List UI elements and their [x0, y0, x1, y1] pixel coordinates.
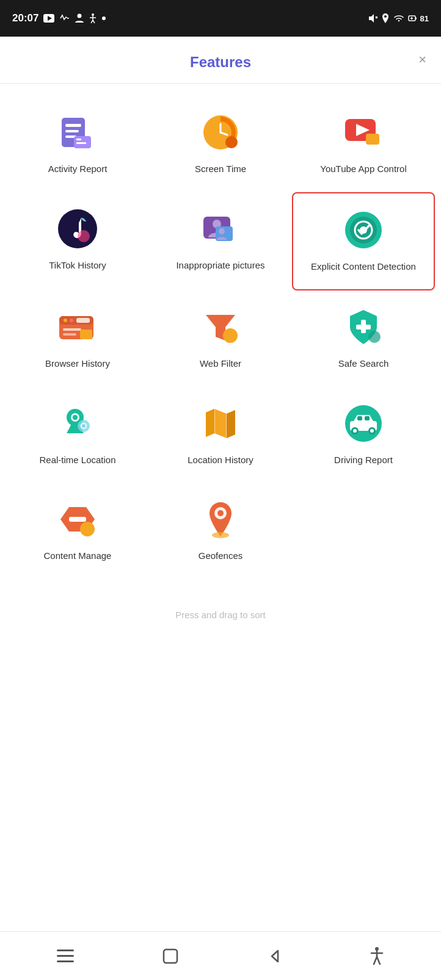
bottom-nav: [0, 931, 441, 980]
svg-rect-76: [57, 955, 74, 957]
svg-point-56: [73, 415, 78, 420]
youtube-icon: [43, 14, 54, 23]
svg-rect-77: [57, 960, 74, 962]
features-grid: Activity Report Screen Time: [0, 84, 441, 591]
person-icon: [75, 13, 84, 23]
svg-point-71: [80, 522, 95, 536]
feature-item-inappropriate-pictures[interactable]: Inappropriate pictures: [149, 192, 292, 291]
svg-point-32: [78, 230, 90, 242]
nav-menu-button[interactable]: [57, 949, 74, 963]
svg-point-59: [82, 424, 86, 428]
browser-history-icon: [56, 305, 100, 349]
screen-time-icon: [199, 110, 242, 154]
feature-item-browser-history[interactable]: Browser History: [6, 290, 149, 387]
svg-rect-48: [80, 330, 92, 339]
hint-text: Press and drag to sort: [0, 591, 441, 632]
web-filter-label: Web Filter: [200, 358, 241, 370]
tiktok-history-label: TikTok History: [49, 259, 106, 272]
feature-item-geofences[interactable]: Geofences: [149, 483, 292, 579]
tiktok-history-icon: [56, 207, 100, 251]
main-content: Features × Activity Report: [0, 37, 441, 931]
location-history-icon: [199, 402, 242, 445]
feature-item-tiktok-history[interactable]: TikTok History: [6, 192, 149, 291]
feature-item-driving-report[interactable]: Driving Report: [292, 387, 435, 483]
svg-rect-75: [57, 949, 74, 951]
inappropriate-pictures-label: Inappropriate pictures: [176, 259, 264, 272]
geofences-label: Geofences: [199, 550, 243, 562]
wifi-icon: [393, 14, 404, 23]
header: Features ×: [0, 37, 441, 84]
feature-item-location-history[interactable]: Location History: [149, 387, 292, 483]
feature-item-screen-time[interactable]: Screen Time: [149, 96, 292, 192]
svg-point-2: [78, 14, 82, 18]
feature-item-web-filter[interactable]: Web Filter: [149, 290, 292, 387]
driving-report-icon: [341, 402, 385, 445]
svg-rect-21: [76, 142, 86, 144]
svg-rect-64: [357, 416, 362, 420]
screen-time-label: Screen Time: [195, 163, 246, 175]
svg-point-68: [353, 429, 357, 433]
accessibility-icon: [89, 13, 97, 23]
svg-rect-16: [65, 124, 81, 127]
svg-point-69: [370, 429, 374, 433]
activity-icon: [59, 14, 70, 23]
svg-rect-45: [76, 318, 90, 323]
geofences-icon: [199, 497, 242, 541]
safe-search-label: Safe Search: [338, 358, 389, 370]
svg-point-31: [58, 209, 97, 248]
svg-line-83: [374, 957, 377, 964]
svg-point-27: [225, 136, 238, 148]
status-right: 81: [368, 13, 429, 23]
close-button[interactable]: ×: [418, 52, 426, 68]
feature-item-content-manage[interactable]: Content Manage: [6, 483, 149, 579]
battery-percent: 81: [420, 14, 429, 23]
svg-rect-70: [69, 517, 86, 522]
svg-rect-47: [63, 333, 76, 336]
web-filter-icon: [199, 305, 242, 349]
nav-accessibility-button[interactable]: [369, 947, 385, 965]
svg-point-43: [64, 319, 67, 322]
svg-point-36: [219, 228, 225, 234]
svg-point-53: [368, 331, 381, 343]
feature-item-activity-report[interactable]: Activity Report: [6, 96, 149, 192]
nav-home-button[interactable]: [162, 948, 178, 964]
battery-save-icon: [408, 14, 417, 23]
feature-item-realtime-location[interactable]: Real-time Location: [6, 387, 149, 483]
content-manage-label: Content Manage: [44, 550, 112, 562]
activity-report-label: Activity Report: [48, 163, 108, 175]
nav-back-button[interactable]: [267, 949, 280, 963]
svg-rect-46: [63, 328, 81, 331]
svg-rect-20: [76, 139, 81, 140]
svg-line-6: [91, 20, 93, 23]
feature-item-youtube-app-control[interactable]: YouTube App Control: [292, 96, 435, 192]
safe-search-icon: [341, 305, 385, 349]
svg-rect-65: [365, 416, 370, 420]
mute-icon: [368, 13, 377, 23]
location-status-icon: [381, 13, 390, 23]
explicit-content-detection-label: Explicit Content Detection: [311, 261, 416, 273]
location-history-label: Location History: [188, 454, 253, 466]
feature-item-explicit-content-detection[interactable]: Explicit Content Detection: [292, 192, 435, 291]
feature-item-safe-search[interactable]: Safe Search: [292, 290, 435, 387]
browser-history-label: Browser History: [45, 358, 110, 370]
svg-point-74: [212, 532, 229, 538]
explicit-content-detection-icon: [341, 208, 385, 252]
inappropriate-pictures-icon: [199, 207, 242, 251]
svg-point-73: [217, 510, 224, 516]
driving-report-label: Driving Report: [334, 454, 393, 466]
svg-rect-78: [164, 949, 177, 963]
page-title: Features: [190, 54, 251, 71]
svg-point-50: [223, 328, 238, 343]
svg-line-7: [93, 20, 95, 23]
svg-marker-79: [272, 951, 278, 962]
status-time: 20:07: [12, 12, 38, 24]
realtime-location-label: Real-time Location: [39, 454, 115, 466]
svg-line-84: [377, 957, 380, 964]
svg-rect-30: [366, 134, 379, 145]
youtube-app-control-label: YouTube App Control: [320, 163, 407, 175]
content-manage-icon: [56, 497, 100, 541]
youtube-app-control-icon: [341, 110, 385, 154]
activity-report-icon: [56, 110, 100, 154]
svg-point-3: [92, 13, 94, 16]
status-bar: 20:07 81: [0, 0, 441, 37]
